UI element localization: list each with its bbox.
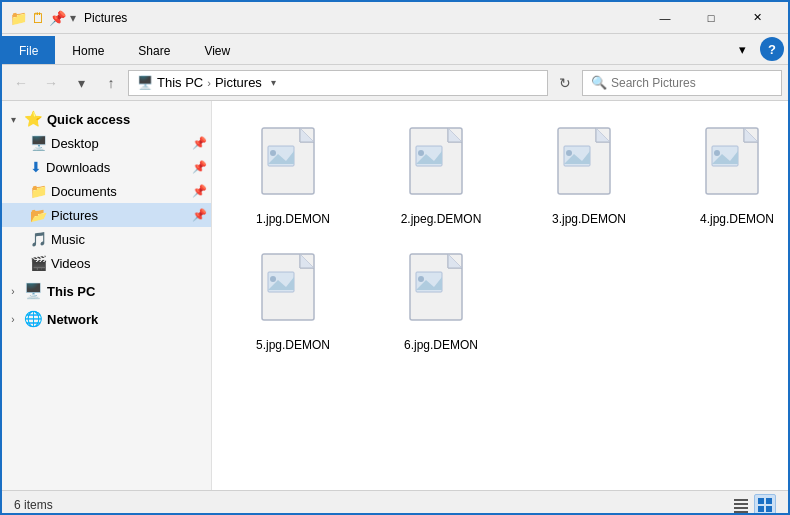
file-item-2[interactable]: 3.jpg.DEMON: [524, 117, 654, 235]
window-controls[interactable]: — □ ✕: [642, 2, 780, 34]
svg-point-22: [714, 150, 720, 156]
svg-rect-37: [734, 503, 748, 505]
file-icon: [258, 126, 328, 208]
thispc-label: This PC: [47, 284, 95, 299]
sidebar-quickaccess-section: ▾ ⭐ Quick access 🖥️ Desktop 📌 ⬇ Download…: [2, 105, 211, 277]
quickaccess-chevron-icon: ▾: [6, 114, 20, 125]
pin-downloads-icon: 📌: [192, 160, 207, 174]
view-toggle: [730, 494, 776, 516]
file-item-5[interactable]: 6.jpg.DEMON: [376, 243, 506, 361]
path-pictures: Pictures: [215, 75, 262, 90]
address-bar: ← → ▾ ↑ 🖥️ This PC › Pictures ▾ ↻ 🔍: [2, 65, 788, 101]
sidebar-item-downloads-label: Downloads: [46, 160, 110, 175]
back-button[interactable]: ←: [8, 70, 34, 96]
refresh-button[interactable]: ↻: [552, 70, 578, 96]
sidebar-item-music-label: Music: [51, 232, 85, 247]
help-button[interactable]: ?: [760, 37, 784, 61]
svg-point-28: [270, 276, 276, 282]
sidebar: ▾ ⭐ Quick access 🖥️ Desktop 📌 ⬇ Download…: [2, 101, 212, 490]
title-bar-icons: 📁 🗒 📌 ▾: [10, 10, 76, 26]
sidebar-item-desktop[interactable]: 🖥️ Desktop 📌: [2, 131, 211, 155]
status-bar: 6 items: [2, 490, 788, 515]
file-icon: [406, 252, 476, 334]
files-grid: 1.jpg.DEMON 2.jpeg.DEMON: [220, 109, 780, 369]
sidebar-item-videos-label: Videos: [51, 256, 91, 271]
maximize-button[interactable]: □: [688, 2, 734, 34]
tab-home[interactable]: Home: [55, 36, 121, 64]
details-view-button[interactable]: [730, 494, 752, 516]
svg-point-10: [418, 150, 424, 156]
desktop-icon: 🖥️: [30, 135, 47, 151]
window-title: Pictures: [84, 11, 642, 25]
music-icon: 🎵: [30, 231, 47, 247]
ribbon: File Home Share View ▾ ?: [2, 34, 788, 65]
forward-button[interactable]: →: [38, 70, 64, 96]
sidebar-item-pictures-label: Pictures: [51, 208, 98, 223]
sidebar-item-videos[interactable]: 🎬 Videos: [2, 251, 211, 275]
network-label: Network: [47, 312, 98, 327]
tab-share[interactable]: Share: [121, 36, 187, 64]
downloads-icon: ⬇: [30, 159, 42, 175]
minimize-button[interactable]: —: [642, 2, 688, 34]
svg-point-16: [566, 150, 572, 156]
file-name-3: 4.jpg.DEMON: [700, 212, 774, 226]
details-view-icon: [733, 497, 749, 513]
network-icon: 🌐: [24, 310, 43, 328]
sidebar-item-documents[interactable]: 📁 Documents 📌: [2, 179, 211, 203]
path-thispc: This PC: [157, 75, 203, 90]
up-button[interactable]: ↑: [98, 70, 124, 96]
tab-file[interactable]: File: [2, 36, 55, 64]
thispc-icon: 🖥️: [24, 282, 43, 300]
videos-icon: 🎬: [30, 255, 47, 271]
quickaccess-header[interactable]: ▾ ⭐ Quick access: [2, 107, 211, 131]
file-item-1[interactable]: 2.jpeg.DEMON: [376, 117, 506, 235]
search-input[interactable]: [611, 76, 773, 90]
svg-point-34: [418, 276, 424, 282]
svg-rect-43: [766, 506, 772, 512]
file-icon: [406, 126, 476, 208]
chevron-down-icon: ▾: [739, 42, 746, 57]
sidebar-item-desktop-label: Desktop: [51, 136, 99, 151]
sidebar-thispc-section: › 🖥️ This PC: [2, 277, 211, 305]
file-name-5: 6.jpg.DEMON: [404, 338, 478, 352]
sidebar-item-pictures[interactable]: 📂 Pictures 📌: [2, 203, 211, 227]
search-icon: 🔍: [591, 75, 607, 90]
ribbon-expand: ▾ ?: [728, 34, 788, 64]
svg-rect-41: [766, 498, 772, 504]
recent-button[interactable]: ▾: [68, 70, 94, 96]
close-button[interactable]: ✕: [734, 2, 780, 34]
svg-rect-36: [734, 499, 748, 501]
file-name-1: 2.jpeg.DEMON: [401, 212, 482, 226]
pin-desktop-icon: 📌: [192, 136, 207, 150]
pin-documents-icon: 📌: [192, 184, 207, 198]
svg-rect-40: [758, 498, 764, 504]
main-layout: ▾ ⭐ Quick access 🖥️ Desktop 📌 ⬇ Download…: [2, 101, 788, 490]
file-icon: [702, 126, 772, 208]
pin-pictures-icon: 📌: [192, 208, 207, 222]
file-item-3[interactable]: 4.jpg.DEMON: [672, 117, 788, 235]
title-bar: 📁 🗒 📌 ▾ Pictures — □ ✕: [2, 2, 788, 34]
thispc-chevron-icon: ›: [6, 286, 20, 297]
quickaccess-label: Quick access: [47, 112, 130, 127]
file-name-2: 3.jpg.DEMON: [552, 212, 626, 226]
network-header[interactable]: › 🌐 Network: [2, 307, 211, 331]
tab-view[interactable]: View: [187, 36, 247, 64]
sidebar-item-music[interactable]: 🎵 Music: [2, 227, 211, 251]
path-dropdown-button[interactable]: ▾: [266, 75, 282, 91]
large-icons-view-button[interactable]: [754, 494, 776, 516]
content-area: 1.jpg.DEMON 2.jpeg.DEMON: [212, 101, 788, 490]
search-box[interactable]: 🔍: [582, 70, 782, 96]
thispc-header[interactable]: › 🖥️ This PC: [2, 279, 211, 303]
file-item-4[interactable]: 5.jpg.DEMON: [228, 243, 358, 361]
file-name-4: 5.jpg.DEMON: [256, 338, 330, 352]
file-icon: [258, 252, 328, 334]
documents-icon: 📁: [30, 183, 47, 199]
ribbon-collapse-button[interactable]: ▾: [728, 35, 756, 63]
svg-rect-38: [734, 507, 748, 509]
file-name-0: 1.jpg.DEMON: [256, 212, 330, 226]
file-item-0[interactable]: 1.jpg.DEMON: [228, 117, 358, 235]
quickaccess-star-icon: ⭐: [24, 110, 43, 128]
path-separator-1: ›: [207, 77, 211, 89]
sidebar-item-downloads[interactable]: ⬇ Downloads 📌: [2, 155, 211, 179]
address-path[interactable]: 🖥️ This PC › Pictures ▾: [128, 70, 548, 96]
